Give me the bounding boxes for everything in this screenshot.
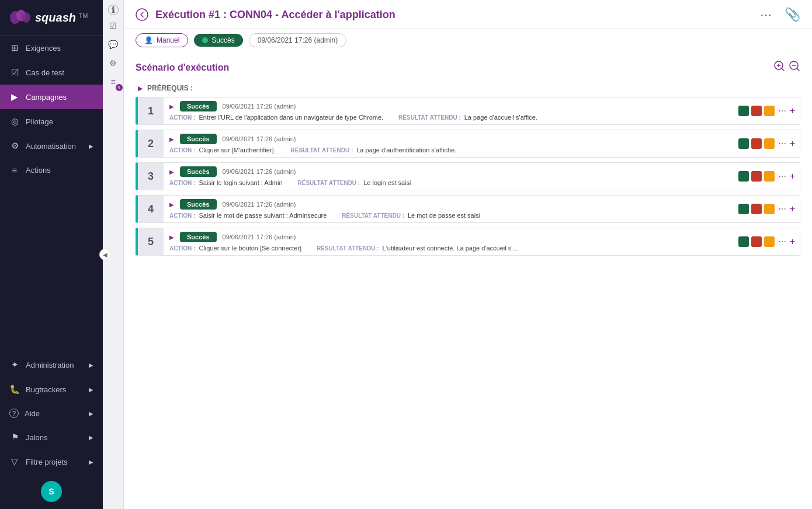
step-5-status: Succès <box>180 232 217 242</box>
step-2-success-btn[interactable] <box>738 138 749 149</box>
step-5-fail-btn[interactable] <box>751 236 762 247</box>
step-4-success-btn[interactable] <box>738 204 749 214</box>
scenario-content: ▶ PRÉREQUIS : 1 ▶ Succès 09/06/2021 17:2… <box>124 79 812 509</box>
step-3-add-btn[interactable]: + <box>790 171 795 182</box>
svg-line-5 <box>782 68 784 71</box>
step-1-card: 1 ▶ Succès 09/06/2021 17:26 (admin) ACTI… <box>136 97 800 125</box>
success-dot <box>202 37 208 43</box>
exigences-icon: ⊞ <box>9 43 20 53</box>
step-1-expand[interactable]: ▶ <box>169 103 174 110</box>
step-4-details: ACTION : Saisir le mot de passe suivant … <box>169 212 728 219</box>
nav-pilotage[interactable]: ◎ Pilotage <box>0 109 103 134</box>
administration-icon: ✦ <box>9 360 20 370</box>
step-1-action-label: ACTION : <box>169 114 195 121</box>
tag-manuel: 👤 Manuel <box>136 33 188 47</box>
nav-label-administration: Administration <box>26 361 74 369</box>
step-5-result-label: RÉSULTAT ATTENDU : <box>317 245 379 252</box>
prereq-row: ▶ PRÉREQUIS : <box>136 79 800 97</box>
step-1-warn-btn[interactable] <box>764 106 775 116</box>
step-1-fail-btn[interactable] <box>751 106 762 116</box>
step-4-expand[interactable]: ▶ <box>169 201 174 208</box>
sidebar-collapse-button[interactable]: ◀ <box>99 249 111 260</box>
nav-automatisation[interactable]: ⚙ Automatisation ▶ <box>0 134 103 158</box>
step-5-more-btn[interactable]: ⋯ <box>777 237 787 246</box>
filtre-projets-icon: ▽ <box>9 456 20 467</box>
page-title: Exécution #1 : CONN04 - Accéder à l'appl… <box>155 9 753 21</box>
main-content: Exécution #1 : CONN04 - Accéder à l'appl… <box>124 0 812 509</box>
step-2-warn-btn[interactable] <box>764 138 775 149</box>
step-4-warn-btn[interactable] <box>764 204 775 214</box>
svg-line-9 <box>797 68 799 71</box>
more-options-button[interactable]: ⋯ <box>760 8 773 22</box>
step-2-card: 2 ▶ Succès 09/06/2021 17:26 (admin) ACTI… <box>136 130 800 158</box>
step-3-expand[interactable]: ▶ <box>169 169 174 175</box>
step-5-warn-btn[interactable] <box>764 236 775 247</box>
back-button[interactable] <box>136 8 148 21</box>
step-5-expand[interactable]: ▶ <box>169 234 174 240</box>
settings-icon-button[interactable]: ⚙ <box>105 55 122 71</box>
checklist-icon-button[interactable]: ☑ <box>105 18 122 34</box>
step-2-result-text: La page d'authentification s'affiche. <box>356 147 456 154</box>
nav-label-cas-de-test: Cas de test <box>26 68 64 77</box>
step-1-action-text: Entrer l'URL de l'application dans un na… <box>199 114 383 121</box>
step-5-result-text: L'utilisateur est connecté. La page d'ac… <box>383 245 518 252</box>
comment-icon-button[interactable]: 💬 <box>105 36 122 53</box>
step-1-more-btn[interactable]: ⋯ <box>777 106 787 116</box>
step-1-success-btn[interactable] <box>738 106 749 116</box>
step-4-number: 4 <box>138 196 164 222</box>
step-3-number: 3 <box>138 163 164 190</box>
step-3-details: ACTION : Saisir le login suivant : Admin… <box>169 179 728 186</box>
nav-exigences[interactable]: ⊞ Exigences <box>0 36 103 60</box>
step-2-body: ▶ Succès 09/06/2021 17:26 (admin) ACTION… <box>164 130 734 157</box>
step-4-add-btn[interactable]: + <box>790 204 795 214</box>
logo-superscript: TM <box>78 12 88 19</box>
step-4-more-btn[interactable]: ⋯ <box>777 204 787 214</box>
person-icon: 👤 <box>144 36 153 44</box>
step-5-card: 5 ▶ Succès 09/06/2021 17:26 (admin) ACTI… <box>136 228 800 256</box>
step-3-more-btn[interactable]: ⋯ <box>777 172 787 181</box>
nav-label-actions: Actions <box>26 166 51 175</box>
step-4-status: Succès <box>180 199 217 210</box>
step-3-success-btn[interactable] <box>738 171 749 182</box>
info-icon-button[interactable]: ℹ <box>108 5 119 15</box>
step-3-warn-btn[interactable] <box>764 171 775 182</box>
step-4-header: ▶ Succès 09/06/2021 17:26 (admin) <box>169 199 728 210</box>
step-5-add-btn[interactable]: + <box>790 236 795 247</box>
nav-filtre-projets[interactable]: ▽ Filtre projets ▶ <box>0 449 103 474</box>
nav-label-bugtrackers: Bugtrackers <box>26 385 66 394</box>
nav-actions[interactable]: ≡ Actions <box>0 158 103 182</box>
zoom-out-button[interactable] <box>789 60 800 75</box>
nav-administration[interactable]: ✦ Administration ▶ <box>0 353 103 377</box>
pilotage-icon: ◎ <box>9 116 20 127</box>
administration-arrow: ▶ <box>89 362 93 368</box>
nav-cas-de-test[interactable]: ☑ Cas de test <box>0 60 103 85</box>
nav-campagnes[interactable]: ▶ Campagnes <box>0 85 103 109</box>
step-1-add-btn[interactable]: + <box>790 106 795 116</box>
actions-icon: ≡ <box>9 165 20 175</box>
nav-label-automatisation: Automatisation <box>26 142 76 151</box>
list-icon-button[interactable]: ≡ 5 <box>105 74 122 90</box>
nav-jalons[interactable]: ⚑ Jalons ▶ <box>0 425 103 449</box>
nav-aide[interactable]: ? Aide ▶ <box>0 402 103 425</box>
bugtrackers-icon: 🐛 <box>9 384 20 395</box>
step-4-fail-btn[interactable] <box>751 204 762 214</box>
nav-label-filtre-projets: Filtre projets <box>26 458 68 466</box>
step-2-controls: ⋯ + <box>734 130 800 157</box>
step-2-number: 2 <box>138 130 164 157</box>
zoom-in-button[interactable] <box>773 60 785 75</box>
step-2-fail-btn[interactable] <box>751 138 762 149</box>
step-3-fail-btn[interactable] <box>751 171 762 182</box>
bugtrackers-arrow: ▶ <box>89 386 93 393</box>
step-5-success-btn[interactable] <box>738 236 749 247</box>
step-5-action-label: ACTION : <box>169 245 195 252</box>
attachment-icon[interactable]: 📎 <box>785 7 800 22</box>
step-5-action-text: Cliquer sur le bouton [Se connecter] <box>199 245 301 252</box>
step-2-action-text: Cliquer sur [M'authentifier]. <box>199 147 275 154</box>
step-2-expand[interactable]: ▶ <box>169 136 174 142</box>
step-4-timestamp: 09/06/2021 17:26 (admin) <box>223 201 296 208</box>
nav-bugtrackers[interactable]: 🐛 Bugtrackers ▶ <box>0 377 103 402</box>
prereq-expand-button[interactable]: ▶ <box>138 85 143 92</box>
step-2-add-btn[interactable]: + <box>790 138 795 149</box>
step-2-more-btn[interactable]: ⋯ <box>777 139 787 148</box>
user-avatar[interactable]: S <box>41 481 62 502</box>
